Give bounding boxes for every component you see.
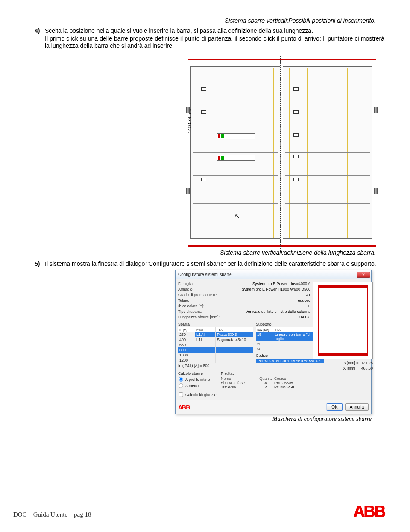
caption-mid: Sistema sbarre verticali:definizione del… [35,249,384,256]
cell[interactable]: 250 [178,332,195,337]
list-number-5: 5) [35,260,45,268]
dialog-configuratore: Configuratore sistemi sbarre X Famiglia:… [175,270,372,414]
hinge [186,107,190,113]
list-5-p1: Il sistema mostra la finestra di dialogo… [45,260,376,267]
cell: PBFC6305 [274,381,310,385]
cell[interactable] [216,342,253,347]
list-4-p1: Scelta la posizione nella quale si vuole… [45,27,313,34]
supporto-title: Supporto [256,322,320,326]
cell[interactable] [195,347,216,353]
cell[interactable]: L1,N [195,332,216,337]
caption-top: Sistema sbarre verticali:Possibili posiz… [35,17,384,24]
radio-profilo-intero[interactable]: A profilo intero [178,376,217,382]
checkbox-giunzioni-input[interactable] [179,392,183,397]
cell[interactable]: 1200 [178,358,195,363]
sbarra-hdr-in: In [A] [178,327,195,332]
mini-panel-frame [318,285,368,356]
shelf-line [285,152,370,153]
radio-a-metro-input[interactable] [179,383,183,388]
cell[interactable]: 630 [178,342,195,347]
s-mm-value: 121.25 [361,361,373,365]
small-block [293,178,299,181]
sbarra-hdr-fasi: Fasi [195,327,216,332]
small-block [201,87,206,91]
small-block [293,133,299,137]
ris-hdr-quan: Quan... [257,376,274,381]
cell[interactable]: Piatta 63X5 [216,332,253,337]
calcolo-title: Calcolo sbarre [178,371,217,376]
cabinet-right [283,66,372,239]
sbarra-ip41: In (IP41) [A] = 800 [178,364,253,368]
hinge [374,107,378,113]
radio-a-metro[interactable]: A metro [178,383,217,388]
shelf-line [193,175,278,176]
checkbox-giunzioni[interactable]: Calcolo kit giunzioni [178,392,310,397]
vertical-bar [273,68,274,238]
cancel-button[interactable]: Annulla [345,403,369,411]
cell[interactable]: 400 [178,337,195,342]
cell[interactable] [195,342,216,347]
cell[interactable] [195,353,216,358]
checkbox-label: Calcolo kit giunzioni [185,393,220,397]
kv-telaio-k: Telaio: [178,298,229,303]
kv-famiglia-k: Famiglia: [178,282,229,286]
small-block [293,155,299,158]
shelf-line [285,108,370,108]
radio-inputile-intero-input[interactable] [179,377,183,381]
cabinet-drawing: 1400.74 mm ↖ [188,59,376,247]
cell: PCRM0258 [274,385,310,389]
cell[interactable] [216,358,253,363]
list-text-5: Il sistema mostra la finestra di dialogo… [45,260,384,268]
cabinet-left: 1400.74 mm ↖ [190,66,280,239]
cell[interactable] [216,347,253,353]
vertical-bar [366,68,366,238]
cell[interactable]: Sagomata 45x10 [216,337,253,342]
close-button[interactable]: X [357,272,370,278]
vertical-bar [255,68,255,238]
shelf-line [193,85,278,85]
cell[interactable]: 15 [256,332,273,341]
ok-button[interactable]: OK [327,403,342,411]
small-block [293,110,299,114]
shelf-line [285,203,370,204]
vertical-bar [347,68,348,238]
caption-final: Maschera di configuratore sistemi sbarre [35,416,384,423]
kv-lung-v: 1668.3 [229,315,310,319]
risultati-section: Risultati Nome Quan... Codice Sbarra di … [221,370,310,389]
cell[interactable] [195,358,216,363]
cell[interactable]: 800 [178,347,195,353]
shelf-line [285,85,370,85]
small-block [201,178,206,181]
supporto-table[interactable]: Icw [kA]Tipo 15Lineare con barre "di tag… [256,327,320,352]
s-mm-label: s [mm] = [344,361,359,365]
cabinet-divider-dashed [280,56,281,249]
vertical-bar [215,68,215,238]
shelf-line [193,131,278,131]
vertical-bar [307,68,308,238]
sbarra-table[interactable]: In [A] Fasi Tipo 250L1,NPiatta 63X5 400L… [178,327,253,363]
list-item-5: 5) Il sistema mostra la finestra di dial… [35,260,384,268]
cursor-icon: ↖ [234,212,240,220]
shelf-line [193,152,278,153]
sbarra-title: Sbarra [178,322,253,326]
cell[interactable] [216,353,253,358]
cell: Traverse [221,385,257,389]
dialog-left-column: Famiglia:System pro E Power - In<=4000 A… [178,282,310,397]
x-mm-label: X [mm] = [343,366,358,370]
ris-hdr-codice: Codice [274,376,310,381]
list-item-4: 4) Scelta la posizione nella quale si vu… [35,27,384,50]
hinge [374,188,378,194]
cell[interactable]: 50 [256,347,273,352]
supporto-section: Supporto Icw [kA]Tipo 15Lineare con barr… [256,320,320,368]
cell[interactable]: 25 [256,341,273,347]
sbarra-section: Sbarra In [A] Fasi Tipo 250L1,NPiatta 63… [178,320,253,368]
cell[interactable]: 1000 [178,353,195,358]
vertical-bar [289,68,290,238]
kv-ib-k: Ib calcolata [A]: [178,304,229,308]
radio-label: A profilo intero [185,377,210,382]
supporto-hdr-icw: Icw [kA] [256,327,273,332]
kv-tipo-k: Tipo di sbarra: [178,309,229,314]
cell[interactable]: L1L [195,337,216,342]
dialog-titlebar: Configuratore sistemi sbarre X [176,270,371,279]
shelf-line [193,108,278,108]
